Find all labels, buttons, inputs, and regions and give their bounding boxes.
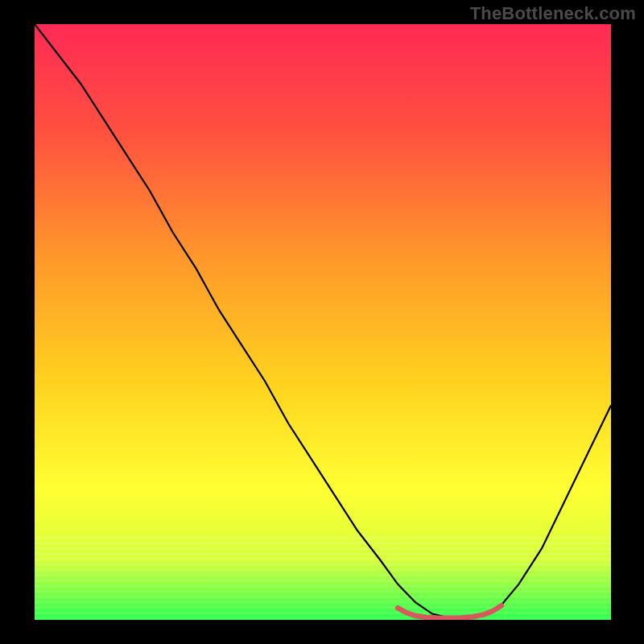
svg-rect-11: [35, 596, 611, 599]
svg-rect-13: [35, 606, 611, 609]
svg-rect-9: [35, 584, 611, 588]
svg-rect-15: [35, 617, 611, 620]
svg-rect-0: [35, 536, 611, 539]
svg-rect-10: [35, 590, 611, 593]
svg-rect-6: [35, 568, 611, 572]
plot-area: [35, 24, 611, 620]
svg-rect-8: [35, 580, 611, 583]
gradient-background: [35, 24, 611, 620]
svg-rect-4: [35, 558, 611, 561]
svg-rect-14: [35, 612, 611, 615]
svg-rect-2: [35, 547, 611, 551]
plot-svg: [35, 24, 611, 620]
svg-rect-3: [35, 552, 611, 555]
svg-rect-12: [35, 601, 611, 604]
watermark-text: TheBottleneck.com: [470, 3, 636, 24]
svg-rect-1: [35, 542, 611, 545]
svg-rect-5: [35, 564, 611, 567]
chart-frame: TheBottleneck.com: [0, 0, 644, 644]
